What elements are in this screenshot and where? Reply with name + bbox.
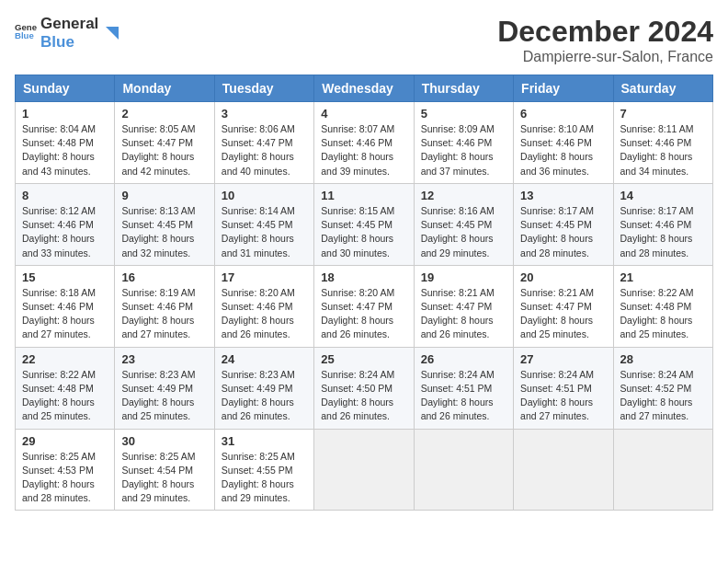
- calendar-cell: 26Sunrise: 8:24 AMSunset: 4:51 PMDayligh…: [414, 347, 513, 429]
- calendar-cell: 18Sunrise: 8:20 AMSunset: 4:47 PMDayligh…: [314, 265, 414, 347]
- day-header-saturday: Saturday: [613, 75, 712, 102]
- cell-content: Sunrise: 8:06 AMSunset: 4:47 PMDaylight:…: [222, 123, 295, 177]
- logo: General Blue General Blue: [15, 15, 122, 52]
- day-number: 29: [22, 434, 108, 448]
- day-number: 14: [620, 189, 706, 202]
- day-number: 2: [121, 107, 207, 121]
- calendar-cell: 19Sunrise: 8:21 AMSunset: 4:47 PMDayligh…: [414, 265, 513, 347]
- svg-marker-3: [106, 27, 119, 40]
- day-number: 21: [620, 270, 706, 284]
- calendar-cell: 6Sunrise: 8:10 AMSunset: 4:46 PMDaylight…: [514, 102, 613, 184]
- cell-content: Sunrise: 8:22 AMSunset: 4:48 PMDaylight:…: [22, 369, 96, 422]
- calendar-cell: 12Sunrise: 8:16 AMSunset: 4:45 PMDayligh…: [414, 183, 513, 265]
- calendar-cell: 1Sunrise: 8:04 AMSunset: 4:48 PMDaylight…: [16, 102, 115, 184]
- calendar-cell: 10Sunrise: 8:14 AMSunset: 4:45 PMDayligh…: [214, 183, 313, 265]
- day-number: 30: [121, 434, 207, 448]
- location-subtitle: Dampierre-sur-Salon, France: [497, 49, 713, 65]
- calendar-table: SundayMondayTuesdayWednesdayThursdayFrid…: [15, 75, 713, 511]
- day-header-monday: Monday: [115, 75, 214, 102]
- day-number: 12: [421, 189, 506, 202]
- day-number: 26: [421, 352, 506, 366]
- calendar-cell: 17Sunrise: 8:20 AMSunset: 4:46 PMDayligh…: [214, 265, 313, 347]
- calendar-cell: 28Sunrise: 8:24 AMSunset: 4:52 PMDayligh…: [613, 347, 712, 429]
- calendar-cell: 20Sunrise: 8:21 AMSunset: 4:47 PMDayligh…: [514, 265, 613, 347]
- calendar-cell: 5Sunrise: 8:09 AMSunset: 4:46 PMDaylight…: [414, 102, 513, 184]
- day-number: 25: [321, 352, 406, 366]
- cell-content: Sunrise: 8:20 AMSunset: 4:47 PMDaylight:…: [321, 287, 394, 340]
- cell-content: Sunrise: 8:24 AMSunset: 4:52 PMDaylight:…: [620, 369, 694, 422]
- cell-content: Sunrise: 8:18 AMSunset: 4:46 PMDaylight:…: [22, 287, 96, 340]
- cell-content: Sunrise: 8:14 AMSunset: 4:45 PMDaylight:…: [222, 205, 295, 259]
- day-number: 28: [620, 352, 706, 366]
- day-number: 6: [520, 107, 606, 121]
- cell-content: Sunrise: 8:17 AMSunset: 4:46 PMDaylight:…: [620, 205, 694, 259]
- calendar-cell: 8Sunrise: 8:12 AMSunset: 4:46 PMDaylight…: [16, 183, 115, 265]
- cell-content: Sunrise: 8:09 AMSunset: 4:46 PMDaylight:…: [421, 123, 495, 177]
- cell-content: Sunrise: 8:07 AMSunset: 4:46 PMDaylight:…: [321, 123, 394, 177]
- day-number: 8: [22, 189, 108, 202]
- day-number: 31: [222, 434, 307, 448]
- cell-content: Sunrise: 8:24 AMSunset: 4:51 PMDaylight:…: [520, 369, 594, 422]
- day-number: 22: [22, 352, 108, 366]
- calendar-cell: 2Sunrise: 8:05 AMSunset: 4:47 PMDaylight…: [115, 102, 214, 184]
- day-header-friday: Friday: [514, 75, 613, 102]
- day-number: 27: [520, 352, 606, 366]
- cell-content: Sunrise: 8:16 AMSunset: 4:45 PMDaylight:…: [421, 205, 495, 259]
- calendar-cell: 11Sunrise: 8:15 AMSunset: 4:45 PMDayligh…: [314, 183, 414, 265]
- calendar-cell: 31Sunrise: 8:25 AMSunset: 4:55 PMDayligh…: [214, 429, 313, 511]
- calendar-cell: 30Sunrise: 8:25 AMSunset: 4:54 PMDayligh…: [115, 429, 214, 511]
- day-header-sunday: Sunday: [16, 75, 115, 102]
- calendar-cell: 21Sunrise: 8:22 AMSunset: 4:48 PMDayligh…: [613, 265, 712, 347]
- calendar-week-row: 15Sunrise: 8:18 AMSunset: 4:46 PMDayligh…: [16, 265, 713, 347]
- logo-blue: Blue: [40, 33, 98, 52]
- calendar-cell: [514, 429, 613, 511]
- cell-content: Sunrise: 8:15 AMSunset: 4:45 PMDaylight:…: [321, 205, 394, 259]
- calendar-cell: 27Sunrise: 8:24 AMSunset: 4:51 PMDayligh…: [514, 347, 613, 429]
- calendar-cell: [613, 429, 712, 511]
- cell-content: Sunrise: 8:23 AMSunset: 4:49 PMDaylight:…: [222, 369, 295, 422]
- day-number: 15: [22, 270, 108, 284]
- day-number: 9: [121, 189, 207, 202]
- svg-text:Blue: Blue: [15, 31, 34, 41]
- calendar-cell: 23Sunrise: 8:23 AMSunset: 4:49 PMDayligh…: [115, 347, 214, 429]
- cell-content: Sunrise: 8:25 AMSunset: 4:55 PMDaylight:…: [222, 451, 295, 504]
- cell-content: Sunrise: 8:04 AMSunset: 4:48 PMDaylight:…: [22, 123, 96, 177]
- calendar-cell: [414, 429, 513, 511]
- cell-content: Sunrise: 8:11 AMSunset: 4:46 PMDaylight:…: [620, 123, 694, 177]
- day-number: 23: [121, 352, 207, 366]
- day-number: 24: [222, 352, 307, 366]
- calendar-week-row: 22Sunrise: 8:22 AMSunset: 4:48 PMDayligh…: [16, 347, 713, 429]
- day-number: 1: [22, 107, 108, 121]
- day-number: 13: [520, 189, 606, 202]
- calendar-cell: 15Sunrise: 8:18 AMSunset: 4:46 PMDayligh…: [16, 265, 115, 347]
- logo-general: General: [40, 15, 98, 33]
- day-header-thursday: Thursday: [414, 75, 513, 102]
- calendar-cell: 24Sunrise: 8:23 AMSunset: 4:49 PMDayligh…: [214, 347, 313, 429]
- calendar-cell: 9Sunrise: 8:13 AMSunset: 4:45 PMDaylight…: [115, 183, 214, 265]
- calendar-cell: 29Sunrise: 8:25 AMSunset: 4:53 PMDayligh…: [16, 429, 115, 511]
- cell-content: Sunrise: 8:05 AMSunset: 4:47 PMDaylight:…: [121, 123, 195, 177]
- cell-content: Sunrise: 8:10 AMSunset: 4:46 PMDaylight:…: [520, 123, 594, 177]
- cell-content: Sunrise: 8:21 AMSunset: 4:47 PMDaylight:…: [520, 287, 594, 340]
- cell-content: Sunrise: 8:19 AMSunset: 4:46 PMDaylight:…: [121, 287, 195, 340]
- calendar-cell: [314, 429, 414, 511]
- day-number: 5: [421, 107, 506, 121]
- day-number: 11: [321, 189, 406, 202]
- calendar-cell: 14Sunrise: 8:17 AMSunset: 4:46 PMDayligh…: [613, 183, 712, 265]
- cell-content: Sunrise: 8:25 AMSunset: 4:54 PMDaylight:…: [121, 451, 195, 504]
- cell-content: Sunrise: 8:13 AMSunset: 4:45 PMDaylight:…: [121, 205, 195, 259]
- cell-content: Sunrise: 8:22 AMSunset: 4:48 PMDaylight:…: [620, 287, 694, 340]
- calendar-cell: 13Sunrise: 8:17 AMSunset: 4:45 PMDayligh…: [514, 183, 613, 265]
- day-number: 3: [222, 107, 307, 121]
- cell-content: Sunrise: 8:21 AMSunset: 4:47 PMDaylight:…: [421, 287, 495, 340]
- calendar-cell: 16Sunrise: 8:19 AMSunset: 4:46 PMDayligh…: [115, 265, 214, 347]
- day-number: 19: [421, 270, 506, 284]
- cell-content: Sunrise: 8:12 AMSunset: 4:46 PMDaylight:…: [22, 205, 96, 259]
- day-number: 16: [121, 270, 207, 284]
- calendar-header-row: SundayMondayTuesdayWednesdayThursdayFrid…: [16, 75, 713, 102]
- calendar-cell: 22Sunrise: 8:22 AMSunset: 4:48 PMDayligh…: [16, 347, 115, 429]
- cell-content: Sunrise: 8:20 AMSunset: 4:46 PMDaylight:…: [222, 287, 295, 340]
- month-year-title: December 2024: [497, 15, 713, 49]
- title-section: December 2024 Dampierre-sur-Salon, Franc…: [497, 15, 713, 65]
- calendar-week-row: 29Sunrise: 8:25 AMSunset: 4:53 PMDayligh…: [16, 429, 713, 511]
